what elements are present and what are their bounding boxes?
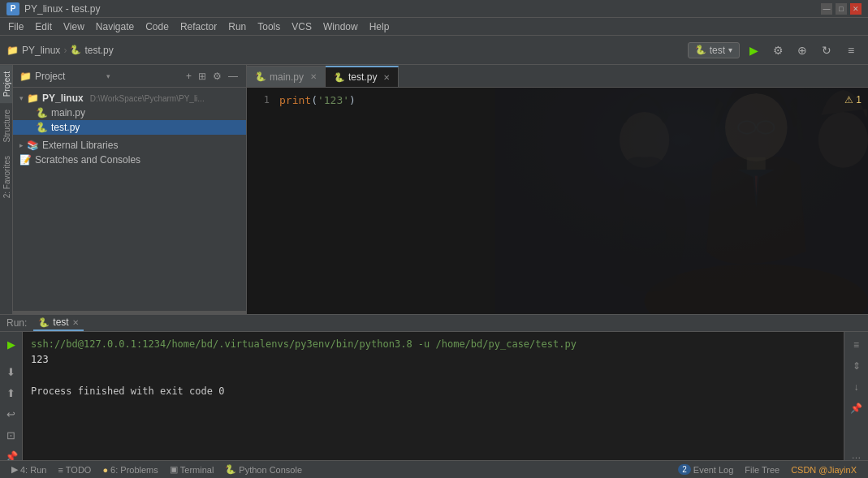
menu-window[interactable]: Window [318,19,363,34]
more-toolbar[interactable]: ≡ [840,40,862,61]
tree-item-ext-libs[interactable]: ▸ 📚 External Libraries [13,138,246,153]
menu-vcs[interactable]: VCS [287,19,317,34]
project-panel-header: 📁 Project ▾ + ⊞ ⚙ — [13,65,246,88]
run-config-label: test [710,45,725,56]
csdn-label: CSDN @JiayinX [791,465,857,475]
code-line-1: 1 print('123') [247,94,868,106]
bottom-tabs: Run: 🐍 test ✕ [0,315,868,332]
project-minimize-btn[interactable]: — [227,69,240,84]
coverage-button[interactable]: ⊕ [792,40,813,61]
tab-main-py-icon: 🐍 [255,71,266,82]
title-text: PY_linux - test.py [24,3,100,15]
run-config-arrow: ▾ [728,45,732,54]
menu-run[interactable]: Run [223,19,251,34]
tree-item-main[interactable]: 🐍 main.py [13,106,246,120]
menu-refactor[interactable]: Refactor [175,19,222,34]
right-btn-4[interactable]: 📌 [847,398,866,418]
run-tab-icon: 🐍 [38,317,50,328]
warning-count: 1 [856,94,862,106]
breadcrumb-file-label: test.py [84,45,113,56]
menu-code[interactable]: Code [140,19,174,34]
tab-test-py[interactable]: 🐍 test.py ✕ [326,66,399,87]
pin-btn[interactable]: 📌 [2,447,20,460]
project-settings-btn[interactable]: ⚙ [211,69,223,84]
status-todo-label: TODO [66,465,92,475]
status-todo[interactable]: ≡ TODO [53,461,96,479]
tree-item-root[interactable]: ▾ 📁 PY_linux D:\WorkSpace\Pycharm\PY_li.… [13,91,246,106]
tab-main-py-label: main.py [270,71,304,83]
run-tab-test[interactable]: 🐍 test ✕ [33,315,83,331]
build-button[interactable]: ⚙ [767,40,788,61]
menu-help[interactable]: Help [365,19,395,34]
status-python-console[interactable]: 🐍 Python Console [220,461,307,479]
file-tree-label: File Tree [745,465,779,475]
scroll-end-btn[interactable]: ⬇ [2,363,20,381]
tab-test-py-close[interactable]: ✕ [383,73,390,82]
sidebar-tab-project[interactable]: Project [0,65,12,103]
run-button[interactable]: ▶ [743,40,764,61]
code-content-1: print('123') [279,94,356,106]
menu-tools[interactable]: Tools [253,19,285,34]
breadcrumb-separator: › [63,45,67,56]
menu-edit[interactable]: Edit [30,19,57,34]
right-btn-2[interactable]: ⇕ [847,356,866,376]
tree-ext-label: External Libraries [42,140,118,151]
run-again-button[interactable]: ▶ [2,335,20,353]
line-number-1: 1 [247,94,279,106]
problems-icon: ● [102,465,108,475]
tree-item-test[interactable]: 🐍 test.py [13,120,246,135]
terminal-icon: ▣ [170,464,178,475]
status-python-console-label: Python Console [239,465,302,475]
right-btn-3[interactable]: ↓ [847,377,866,397]
right-btn-more[interactable]: … [847,446,866,460]
run-label: Run: [6,317,27,329]
wrap-btn[interactable]: ↩ [2,405,20,423]
menubar: File Edit View Navigate Code Refactor Ru… [0,18,868,36]
run-tab-close[interactable]: ✕ [72,318,79,327]
tab-test-py-label: test.py [348,71,377,83]
project-layout-btn[interactable]: ⊞ [196,69,208,84]
py-file-icon-test: 🐍 [36,122,48,133]
profile-button[interactable]: ↻ [816,40,837,61]
tab-main-py-close[interactable]: ✕ [310,72,317,81]
right-btn-1[interactable]: ≡ [847,335,866,355]
library-icon: 📚 [27,140,39,151]
tree-expand-icon: ▾ [19,94,24,102]
tree-expand-ext: ▸ [19,141,24,149]
menu-view[interactable]: View [58,19,89,34]
menu-navigate[interactable]: Navigate [91,19,139,34]
file-tree: ▾ 📁 PY_linux D:\WorkSpace\Pycharm\PY_li.… [13,88,246,311]
status-run[interactable]: ▶ 4: Run [6,461,51,479]
tree-root-name: PY_linux [42,93,84,104]
status-event-log[interactable]: 2 Event Log [673,461,738,479]
breadcrumb-root: 📁 [6,45,19,56]
copy-btn[interactable]: ⊡ [2,426,20,444]
left-sidebar-tabs: Project Structure 2: Favorites [0,65,13,314]
sidebar-tab-structure[interactable]: Structure [0,103,12,149]
string-literal: '123' [317,94,349,106]
tab-main-py[interactable]: 🐍 main.py ✕ [247,66,326,87]
status-file-tree[interactable]: File Tree [740,461,784,479]
run-config-selector[interactable]: 🐍 test ▾ [688,42,740,58]
status-csdn[interactable]: CSDN @JiayinX [786,461,862,479]
status-problems[interactable]: ● 6: Problems [97,461,162,479]
status-terminal[interactable]: ▣ Terminal [165,461,219,479]
terminal-line-blank [31,368,836,383]
maximize-button[interactable]: □ [836,3,847,15]
sidebar-tab-favorites[interactable]: 2: Favorites [0,149,12,205]
status-left: ▶ 4: Run ≡ TODO ● 6: Problems ▣ Terminal… [6,461,307,479]
tree-test-label: test.py [51,122,80,133]
tree-item-scratches[interactable]: 📝 Scratches and Consoles [13,153,246,167]
close-button[interactable]: ✕ [850,3,862,15]
app-logo: P [6,2,19,15]
project-title: Project [35,71,103,82]
code-editor[interactable]: 1 print('123') [247,88,868,314]
minimize-button[interactable]: — [821,3,832,15]
project-add-btn[interactable]: + [184,69,193,84]
editor-tabs: 🐍 main.py ✕ 🐍 test.py ✕ [247,65,868,88]
warning-icon: ⚠ [844,94,853,106]
menu-file[interactable]: File [3,19,28,34]
folder-icon: 📁 [27,93,39,104]
scroll-up-btn[interactable]: ⬆ [2,384,20,402]
tab-test-py-icon: 🐍 [334,72,345,83]
